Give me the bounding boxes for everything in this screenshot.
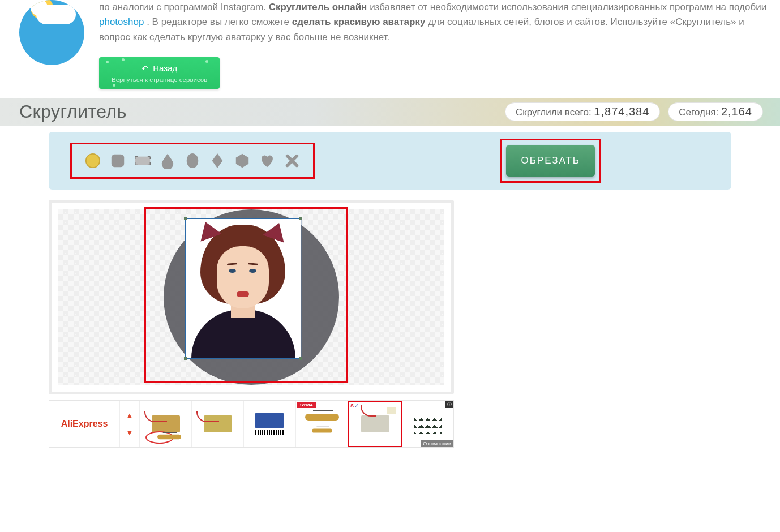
editor-canvas[interactable] xyxy=(58,209,444,385)
tool-panel: ОБРЕЗАТЬ xyxy=(49,132,731,190)
stats-total-label: Скруглили всего: xyxy=(516,107,594,118)
back-sublabel: Вернуться к странице сервисов xyxy=(112,75,207,85)
photoshop-link[interactable]: photoshop xyxy=(99,16,144,27)
intro-fragment: . В редакторе вы легко сможете xyxy=(147,16,292,27)
back-button[interactable]: ↶ Назад Вернуться к странице сервисов xyxy=(99,57,220,89)
ad-caption[interactable]: О компании xyxy=(421,440,453,447)
intro-fragment: по аналогии с программой Instagram. xyxy=(99,2,269,12)
svg-rect-2 xyxy=(135,156,151,165)
svg-marker-4 xyxy=(236,153,248,167)
stats-total: Скруглили всего: 1,874,384 xyxy=(505,102,660,121)
intro-text: по аналогии с программой Instagram. Скру… xyxy=(99,0,769,89)
undo-icon: ↶ xyxy=(142,64,148,73)
svg-point-3 xyxy=(187,153,199,168)
service-icon xyxy=(19,0,84,65)
workspace: ОБРЕЗАТЬ xyxy=(49,132,731,448)
intro-section: по аналогии с программой Instagram. Скру… xyxy=(0,0,780,95)
back-label: Назад xyxy=(153,63,177,73)
svg-rect-1 xyxy=(112,154,124,166)
shape-cross[interactable] xyxy=(284,152,301,169)
shape-oval[interactable] xyxy=(184,152,201,169)
stats-total-value: 1,874,384 xyxy=(594,105,649,118)
avatar-illustration xyxy=(186,219,301,358)
ad-item[interactable]: SYMA xyxy=(296,401,348,447)
ad-item[interactable] xyxy=(244,401,296,447)
ad-badge-logo: S⟋ xyxy=(350,403,359,409)
ad-badge-syma: SYMA xyxy=(297,402,316,408)
stats-today-value: 2,164 xyxy=(721,105,752,118)
ad-nav: ▲ ▼ xyxy=(119,401,140,447)
shape-circle[interactable] xyxy=(84,152,101,169)
page-title: Скруглитель xyxy=(19,101,497,122)
shape-rectangle[interactable] xyxy=(134,152,151,169)
info-icon[interactable]: ⓘ xyxy=(445,401,453,408)
svg-point-0 xyxy=(86,153,100,167)
shape-hexagon[interactable] xyxy=(234,152,251,169)
title-bar: Скруглитель Скруглили всего: 1,874,384 С… xyxy=(0,98,780,126)
ad-prev-icon[interactable]: ▲ xyxy=(126,411,134,420)
shape-diamond[interactable] xyxy=(209,152,226,169)
ad-carousel: AliExpress ▲ ▼ SYMA xyxy=(49,400,454,448)
stats-today: Сегодня: 2,164 xyxy=(668,102,763,121)
shape-heart[interactable] xyxy=(259,152,276,169)
ad-item[interactable]: ⓘ О компании xyxy=(402,401,453,447)
ad-item[interactable] xyxy=(140,401,192,447)
shape-rounded-square[interactable] xyxy=(109,152,126,169)
source-image[interactable] xyxy=(185,218,301,359)
shape-toolbar xyxy=(70,143,315,179)
ad-brand[interactable]: AliExpress xyxy=(49,401,119,447)
ad-item[interactable] xyxy=(192,401,244,447)
crop-button-highlight: ОБРЕЗАТЬ xyxy=(500,139,601,183)
crop-button[interactable]: ОБРЕЗАТЬ xyxy=(506,145,595,177)
crop-area[interactable] xyxy=(164,209,339,385)
ad-item-selected[interactable]: S⟋ xyxy=(348,401,402,447)
stats-today-label: Сегодня: xyxy=(679,107,721,118)
intro-fragment: избавляет от необходимости использования… xyxy=(370,2,766,12)
ad-next-icon[interactable]: ▼ xyxy=(126,428,134,437)
shape-drop[interactable] xyxy=(159,152,176,169)
intro-strong: сделать красивую аватарку xyxy=(292,16,426,27)
canvas-frame xyxy=(49,200,454,394)
intro-strong: Скруглитель онлайн xyxy=(269,2,367,12)
